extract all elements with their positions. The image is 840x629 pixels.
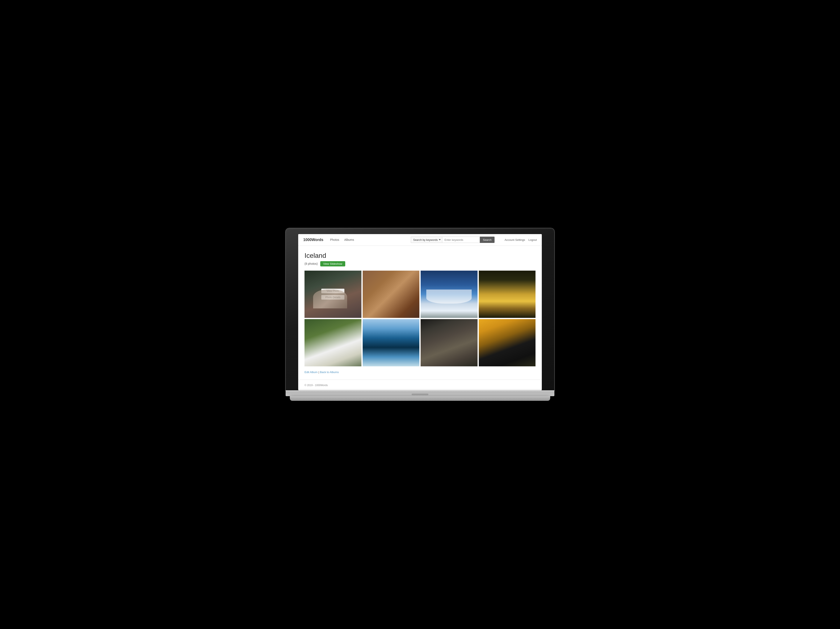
app-header: 1000Words Photos Albums Search by keywor… [298,234,542,246]
photo-cell-4[interactable]: View Photo Photo Details [479,271,536,318]
view-photo-button-5[interactable]: View Photo [321,337,344,342]
back-to-albums-link[interactable]: Back to Albums [320,370,339,374]
photo-cell-1[interactable]: View Photo Photo Details [305,271,362,318]
view-photo-button-2[interactable]: View Photo [379,288,403,293]
photo-details-button-2[interactable]: Photo Details [379,295,403,300]
photo-details-button-5[interactable]: Photo Details [321,344,344,348]
photo-cell-3[interactable]: View Photo Photo Details [421,271,478,318]
photo-count: (8 photos) [305,262,318,265]
app-brand: 1000Words [303,238,324,242]
edit-album-link[interactable]: Edit Album [305,370,317,374]
nav-albums[interactable]: Albums [344,238,354,241]
copyright-text: © 2019 - 1000Words [305,384,328,387]
album-meta: (8 photos) View Slideshow [305,261,535,266]
trackpad-notch [412,394,428,395]
search-button[interactable]: Search [480,236,494,243]
nav-photos[interactable]: Photos [330,238,339,241]
photo-details-button-1[interactable]: Photo Details [321,295,344,300]
search-type-select[interactable]: Search by keywords [411,236,442,243]
photo-details-button-4[interactable]: Photo Details [496,295,519,300]
view-photo-button-4[interactable]: View Photo [496,288,519,293]
view-photo-button-7[interactable]: View Photo [437,337,461,342]
photo-grid: View Photo Photo Details View Photo Phot… [305,271,535,367]
laptop-body [286,390,554,396]
search-input[interactable] [442,236,480,243]
album-footer: Edit Album | Back to Albums [305,370,535,374]
account-settings-link[interactable]: Account Settings [505,238,525,241]
view-photo-button-6[interactable]: View Photo [379,337,403,342]
photo-cell-5[interactable]: View Photo Photo Details [305,319,362,366]
logout-link[interactable]: Logout [528,238,537,241]
photo-details-button-7[interactable]: Photo Details [437,344,461,348]
photo-cell-7[interactable]: View Photo Photo Details [421,319,478,366]
view-photo-button-8[interactable]: View Photo [496,337,519,342]
photo-details-button-3[interactable]: Photo Details [437,295,461,300]
view-slideshow-button[interactable]: View Slideshow [320,261,345,266]
footer-separator: | [318,370,319,374]
view-photo-button-1[interactable]: View Photo [321,288,344,293]
photo-details-button-8[interactable]: Photo Details [496,344,519,348]
photo-details-button-6[interactable]: Photo Details [379,344,403,348]
header-links: Account Settings Logout [505,238,537,241]
main-content: Iceland (8 photos) View Slideshow View P… [298,246,542,380]
photo-overlay-1: View Photo Photo Details [305,271,362,318]
app-footer: © 2019 - 1000Words [298,380,542,390]
laptop-base [290,396,550,401]
photo-cell-6[interactable]: View Photo Photo Details [363,319,420,366]
page-title: Iceland [305,252,535,260]
view-photo-button-3[interactable]: View Photo [437,288,461,293]
photo-cell-8[interactable]: View Photo Photo Details [479,319,536,366]
search-area: Search by keywords Search [411,236,494,243]
photo-cell-2[interactable]: View Photo Photo Details [363,271,420,318]
